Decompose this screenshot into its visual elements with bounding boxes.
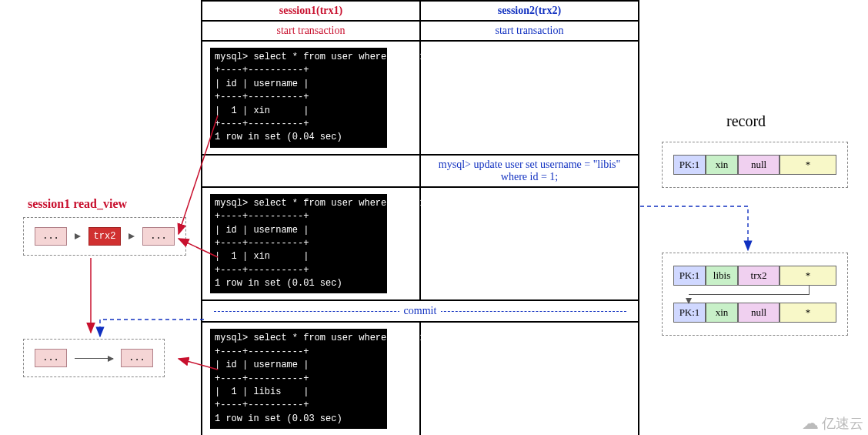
- cloud-icon: ☁: [802, 413, 819, 433]
- readview-box-2: ... ...: [23, 339, 165, 377]
- watermark: ☁ 亿速云: [802, 413, 863, 433]
- record-row-1: PK:1 xin null *: [673, 155, 836, 175]
- terminal-3: mysql> select * from user where id = 1; …: [210, 329, 387, 429]
- update-stmt: mysql> update user set username = "libis…: [439, 159, 620, 182]
- rv1-cell-c: ...: [142, 227, 175, 246]
- session-table: session1(trx1) session2(trx2) start tran…: [201, 0, 639, 435]
- record-row-2: PK:1 libis trx2 *: [673, 266, 836, 286]
- readview-box-1: ... trx2 ...: [23, 217, 186, 256]
- arrow-icon: [75, 233, 81, 239]
- rv2-cell-c: ...: [121, 349, 153, 367]
- start-tx-2: start transaction: [495, 25, 563, 36]
- record-row-3: PK:1 xin null *: [673, 303, 836, 323]
- commit-label: commit: [399, 305, 442, 316]
- th-session1: session1(trx1): [279, 5, 342, 16]
- rv1-cell-b: trx2: [88, 227, 121, 246]
- terminal-1: mysql> select * from user where id = 1; …: [210, 48, 387, 148]
- record-title: record: [726, 112, 766, 130]
- th-session2: session2(trx2): [498, 5, 561, 16]
- record-box-2: PK:1 libis trx2 * PK:1 xin null *: [662, 253, 848, 336]
- terminal-2: mysql> select * from user where id = 1; …: [210, 194, 387, 294]
- arrow-down-icon: [686, 298, 692, 304]
- record-box-1: PK:1 xin null *: [662, 142, 848, 188]
- arrow-icon: [129, 233, 135, 239]
- rv1-cell-a: ...: [35, 227, 67, 246]
- rv2-cell-a: ...: [35, 349, 67, 367]
- arrow-icon: [75, 358, 113, 359]
- readview-title: session1 read_view: [28, 197, 127, 211]
- start-tx-1: start transaction: [276, 25, 345, 36]
